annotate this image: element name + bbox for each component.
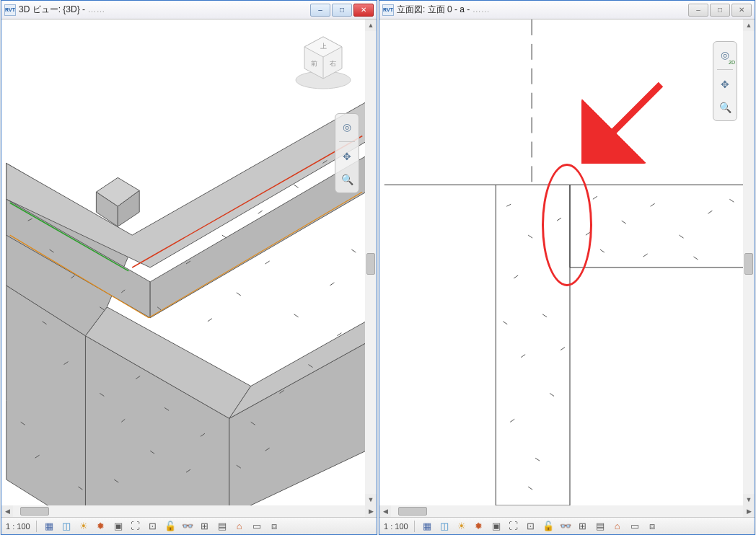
scroll-right-icon[interactable]: ▶ xyxy=(743,505,755,517)
svg-line-74 xyxy=(503,322,507,324)
svg-line-82 xyxy=(600,249,605,252)
scroll-down-icon[interactable]: ▼ xyxy=(743,494,755,505)
crop-region-icon[interactable]: ⊡ xyxy=(524,520,537,533)
viewport-elevation[interactable]: ◎ 2D ✥ 🔍 ▲ ▼ xyxy=(379,19,755,505)
analytical-icon[interactable]: ⌂ xyxy=(233,520,246,533)
view-control-bar-right: 1 : 100 ▦ ◫ ☀ ✹ ▣ ⛶ ⊡ 🔓 👓 ⊞ ▤ ⌂ ▭ ⧈ xyxy=(379,517,755,534)
model-display-icon[interactable]: ◫ xyxy=(60,520,73,533)
svg-line-76 xyxy=(528,487,532,490)
minimize-button[interactable]: – xyxy=(310,4,330,17)
svg-line-72 xyxy=(535,458,540,461)
steering-wheel-icon[interactable]: ◎ xyxy=(338,118,356,136)
scale-label[interactable]: 1 : 100 xyxy=(6,522,30,531)
svg-line-77 xyxy=(593,196,597,199)
rendering-icon[interactable]: ▣ xyxy=(112,520,125,533)
navigation-bar-2d: ◎ 2D ✥ 🔍 xyxy=(713,41,737,121)
crop-region-icon[interactable]: ⊡ xyxy=(146,520,159,533)
svg-line-46 xyxy=(208,319,212,322)
navigation-bar-3d: ◎ ✥ 🔍 xyxy=(335,113,359,193)
sun-path-icon[interactable]: ☀ xyxy=(455,520,468,533)
sun-path-icon[interactable]: ☀ xyxy=(77,520,90,533)
maximize-button[interactable]: □ xyxy=(332,4,352,17)
vertical-scrollbar[interactable]: ▲ ▼ xyxy=(365,19,377,505)
rvt-file-icon: RVT xyxy=(4,4,16,16)
annotation-ellipse xyxy=(542,164,592,286)
rendering-icon[interactable]: ▣ xyxy=(490,520,503,533)
svg-line-49 xyxy=(294,314,299,317)
svg-line-24 xyxy=(258,211,263,213)
link-display-icon[interactable]: ⧈ xyxy=(268,520,281,533)
view-cube[interactable]: 上 前 右 xyxy=(290,28,356,94)
scroll-up-icon[interactable]: ▲ xyxy=(365,19,377,31)
properties-icon[interactable]: ▤ xyxy=(216,520,229,533)
scroll-left-icon[interactable]: ◀ xyxy=(1,505,13,517)
steering-wheel-2d-icon[interactable]: ◎ 2D xyxy=(716,46,734,63)
highlight-icon[interactable]: ▭ xyxy=(250,520,263,533)
horizontal-scrollbar[interactable]: ◀ ▶ xyxy=(379,505,755,517)
svg-line-70 xyxy=(550,393,554,396)
svg-line-75 xyxy=(561,348,565,350)
svg-line-78 xyxy=(622,221,626,224)
scroll-left-icon[interactable]: ◀ xyxy=(379,505,391,517)
view-control-bar-left: 1 : 100 ▦ ◫ ☀ ✹ ▣ ⛶ ⊡ 🔓 👓 ⊞ ▤ ⌂ ▭ ⧈ xyxy=(1,517,377,534)
maximize-button[interactable]: □ xyxy=(710,4,730,17)
svg-line-48 xyxy=(265,261,270,264)
properties-icon[interactable]: ▤ xyxy=(594,520,607,533)
vertical-scrollbar[interactable]: ▲ ▼ xyxy=(743,19,755,505)
annotation-arrow-icon xyxy=(581,77,668,164)
shadows-icon[interactable]: ✹ xyxy=(472,520,485,533)
pan-icon[interactable]: ✥ xyxy=(716,76,734,93)
highlight-icon[interactable]: ▭ xyxy=(628,520,641,533)
svg-line-79 xyxy=(651,203,655,206)
window-title-right: 立面図: 立面 0 - a - …… xyxy=(397,4,490,16)
unlock-icon[interactable]: 🔓 xyxy=(542,520,555,533)
rvt-file-icon: RVT xyxy=(382,4,394,16)
close-button[interactable]: ✕ xyxy=(731,4,752,17)
svg-line-85 xyxy=(729,199,734,202)
crop-view-icon[interactable]: ⛶ xyxy=(507,520,520,533)
svg-line-69 xyxy=(521,355,525,358)
svg-line-71 xyxy=(510,419,514,422)
viewcube-top-label: 上 xyxy=(320,43,327,50)
zoom-icon[interactable]: 🔍 xyxy=(338,171,356,188)
zoom-icon[interactable]: 🔍 xyxy=(716,99,734,116)
svg-line-68 xyxy=(542,314,547,317)
svg-line-88 xyxy=(596,84,661,149)
pane-3d-view: RVT 3D ビュー: {3D} - …… – □ ✕ xyxy=(1,0,377,535)
scroll-right-icon[interactable]: ▶ xyxy=(365,505,377,517)
minimize-button[interactable]: – xyxy=(688,4,708,17)
titlebar-left[interactable]: RVT 3D ビュー: {3D} - …… – □ ✕ xyxy=(1,1,377,19)
display-style-icon[interactable]: ▦ xyxy=(43,520,56,533)
svg-line-83 xyxy=(643,254,648,257)
unlock-icon[interactable]: 🔓 xyxy=(164,520,177,533)
model-display-icon[interactable]: ◫ xyxy=(438,520,451,533)
scroll-up-icon[interactable]: ▲ xyxy=(743,19,755,31)
svg-line-67 xyxy=(514,275,518,278)
viewport-3d[interactable]: 上 前 右 ◎ ✥ 🔍 ▲ ▼ xyxy=(1,19,377,505)
svg-line-25 xyxy=(294,185,299,187)
scroll-down-icon[interactable]: ▼ xyxy=(365,494,377,505)
link-display-icon[interactable]: ⧈ xyxy=(646,520,659,533)
titlebar-right[interactable]: RVT 立面図: 立面 0 - a - …… – □ ✕ xyxy=(379,1,755,19)
crop-view-icon[interactable]: ⛶ xyxy=(129,520,142,533)
close-button[interactable]: ✕ xyxy=(353,4,374,17)
shadows-icon[interactable]: ✹ xyxy=(94,520,107,533)
analytical-icon[interactable]: ⌂ xyxy=(611,520,624,533)
temp-hide-icon[interactable]: 👓 xyxy=(559,520,572,533)
svg-line-80 xyxy=(680,235,684,238)
window-title-left: 3D ビュー: {3D} - …… xyxy=(19,4,105,16)
horizontal-scrollbar[interactable]: ◀ ▶ xyxy=(1,505,377,517)
svg-line-66 xyxy=(528,235,532,238)
display-style-icon[interactable]: ▦ xyxy=(421,520,434,533)
svg-line-81 xyxy=(708,211,712,213)
svg-line-50 xyxy=(330,283,334,286)
viewcube-front-label: 前 xyxy=(311,60,317,67)
svg-line-65 xyxy=(506,204,511,206)
scale-label[interactable]: 1 : 100 xyxy=(384,522,408,531)
temp-hide-icon[interactable]: 👓 xyxy=(181,520,194,533)
pane-elevation-view: RVT 立面図: 立面 0 - a - …… – □ ✕ xyxy=(379,0,755,535)
pan-icon[interactable]: ✥ xyxy=(338,148,356,165)
reveal-icon[interactable]: ⊞ xyxy=(198,520,211,533)
reveal-icon[interactable]: ⊞ xyxy=(576,520,589,533)
svg-line-51 xyxy=(351,249,356,252)
